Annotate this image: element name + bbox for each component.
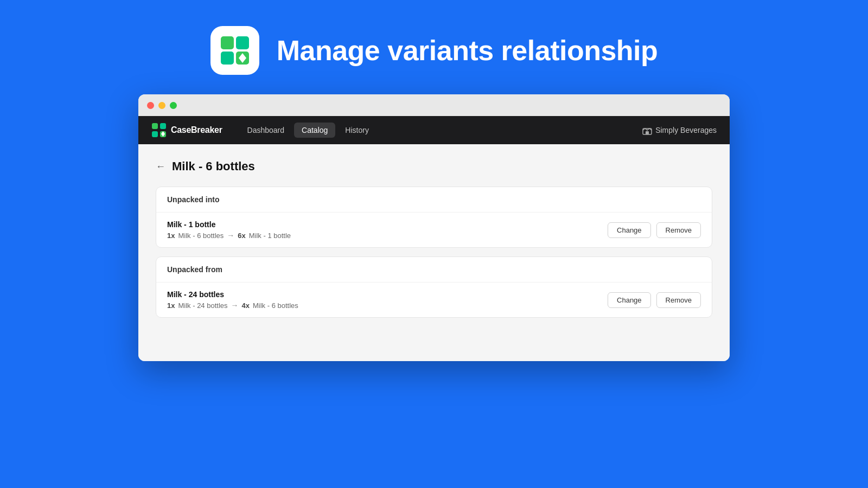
nav-links: Dashboard Catalog History: [240, 123, 639, 138]
back-button[interactable]: ←: [156, 161, 165, 172]
row-2-detail: 1x Milk - 24 bottles → 4x Milk - 6 bottl…: [167, 301, 298, 310]
unpacked-into-title: Unpacked into: [167, 195, 219, 204]
svg-rect-6: [160, 123, 166, 129]
svg-rect-0: [221, 36, 234, 49]
svg-rect-7: [152, 131, 158, 137]
store-selector[interactable]: Simply Beverages: [642, 125, 717, 135]
navbar: CaseBreaker Dashboard Catalog History Si…: [138, 116, 730, 144]
unpacked-into-header: Unpacked into: [156, 187, 712, 213]
table-row: Milk - 1 bottle 1x Milk - 6 bottles → 6x…: [156, 213, 712, 247]
row-2-remove-button[interactable]: Remove: [656, 292, 701, 308]
nav-history[interactable]: History: [337, 123, 376, 138]
store-name: Simply Beverages: [655, 126, 717, 134]
nav-right: Simply Beverages: [642, 125, 717, 135]
row-1-arrow: →: [227, 231, 234, 240]
row-1-remove-button[interactable]: Remove: [656, 222, 701, 238]
row-2-change-button[interactable]: Change: [608, 292, 651, 308]
row-left-2: Milk - 24 bottles 1x Milk - 24 bottles →…: [167, 290, 298, 310]
browser-window: CaseBreaker Dashboard Catalog History Si…: [138, 94, 730, 361]
unpacked-from-card: Unpacked from Milk - 24 bottles 1x Milk …: [156, 256, 712, 318]
nav-catalog[interactable]: Catalog: [294, 123, 335, 138]
row-left-1: Milk - 1 bottle 1x Milk - 6 bottles → 6x…: [167, 220, 291, 240]
browser-titlebar: [138, 94, 730, 116]
row-1-actions: Change Remove: [608, 222, 701, 238]
page-title: Milk - 6 bottles: [172, 159, 255, 174]
row-2-title: Milk - 24 bottles: [167, 290, 298, 299]
hero-title: Manage variants relationship: [277, 34, 658, 67]
row-1-title: Milk - 1 bottle: [167, 220, 291, 229]
page-header: ← Milk - 6 bottles: [156, 159, 712, 174]
row-2-arrow: →: [231, 301, 239, 310]
row-1-qty-to: 6x: [238, 232, 245, 240]
svg-rect-2: [221, 52, 234, 65]
row-2-qty-to: 4x: [242, 301, 250, 310]
row-1-change-button[interactable]: Change: [608, 222, 651, 238]
traffic-light-fullscreen[interactable]: [170, 102, 177, 109]
row-2-qty-from: 1x: [167, 301, 175, 310]
app-icon: [210, 26, 259, 75]
row-1-detail: 1x Milk - 6 bottles → 6x Milk - 1 bottle: [167, 231, 291, 240]
traffic-light-minimize[interactable]: [158, 102, 165, 109]
main-content: ← Milk - 6 bottles Unpacked into Milk - …: [138, 144, 730, 361]
unpacked-into-card: Unpacked into Milk - 1 bottle 1x Milk - …: [156, 187, 712, 248]
row-2-label-from: Milk - 24 bottles: [178, 301, 227, 310]
brand[interactable]: CaseBreaker: [151, 123, 222, 138]
row-1-label-to: Milk - 1 bottle: [249, 232, 291, 240]
row-1-qty-from: 1x: [167, 232, 175, 240]
row-2-label-to: Milk - 6 bottles: [253, 301, 298, 310]
row-2-actions: Change Remove: [608, 292, 701, 308]
brand-name: CaseBreaker: [171, 125, 222, 135]
row-1-label-from: Milk - 6 bottles: [178, 232, 224, 240]
unpacked-from-title: Unpacked from: [167, 265, 222, 274]
traffic-light-close[interactable]: [147, 102, 154, 109]
svg-rect-1: [236, 36, 249, 49]
svg-rect-11: [646, 131, 649, 134]
svg-rect-5: [152, 123, 158, 129]
hero-section: Manage variants relationship: [0, 0, 868, 94]
nav-dashboard[interactable]: Dashboard: [240, 123, 292, 138]
table-row: Milk - 24 bottles 1x Milk - 24 bottles →…: [156, 282, 712, 317]
unpacked-from-header: Unpacked from: [156, 257, 712, 282]
